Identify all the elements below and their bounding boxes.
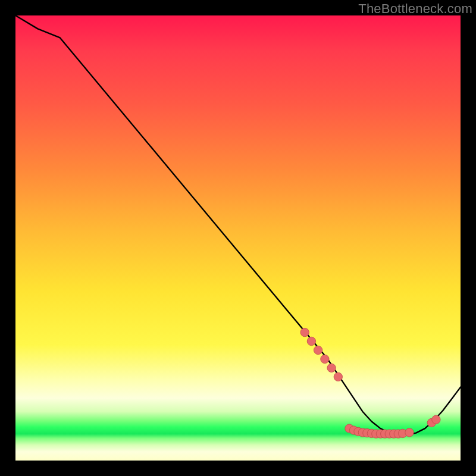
- curve-marker: [314, 346, 322, 354]
- curve-marker: [334, 372, 342, 381]
- curve-marker: [432, 415, 440, 424]
- bottleneck-curve: [15, 15, 461, 435]
- chart-svg: [15, 15, 461, 461]
- curve-marker: [327, 364, 336, 372]
- curve-marker: [321, 355, 329, 363]
- curve-markers: [300, 328, 440, 438]
- chart-frame: TheBottleneck.com: [0, 0, 476, 476]
- watermark-text: TheBottleneck.com: [358, 1, 472, 17]
- curve-marker: [405, 428, 414, 437]
- curve-marker: [300, 328, 309, 336]
- curve-marker: [307, 337, 315, 345]
- chart-plot-area: [15, 15, 461, 461]
